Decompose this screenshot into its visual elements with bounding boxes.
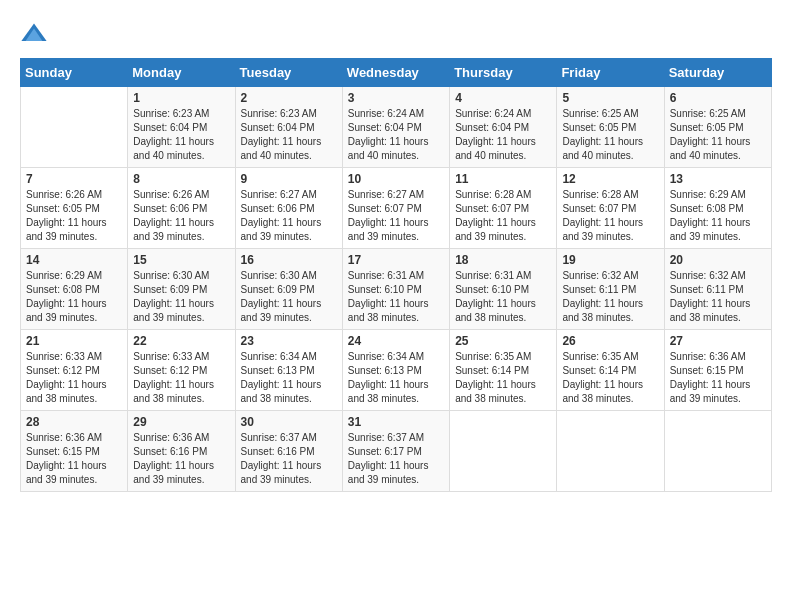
calendar-cell: 27Sunrise: 6:36 AMSunset: 6:15 PMDayligh… [664, 330, 771, 411]
calendar-cell: 20Sunrise: 6:32 AMSunset: 6:11 PMDayligh… [664, 249, 771, 330]
calendar-cell: 12Sunrise: 6:28 AMSunset: 6:07 PMDayligh… [557, 168, 664, 249]
calendar-cell: 19Sunrise: 6:32 AMSunset: 6:11 PMDayligh… [557, 249, 664, 330]
weekday-header: Friday [557, 59, 664, 87]
day-number: 12 [562, 172, 658, 186]
calendar-cell [21, 87, 128, 168]
day-number: 1 [133, 91, 229, 105]
calendar-week-row: 14Sunrise: 6:29 AMSunset: 6:08 PMDayligh… [21, 249, 772, 330]
day-info: Sunrise: 6:30 AMSunset: 6:09 PMDaylight:… [133, 269, 229, 325]
day-info: Sunrise: 6:32 AMSunset: 6:11 PMDaylight:… [562, 269, 658, 325]
calendar-cell: 14Sunrise: 6:29 AMSunset: 6:08 PMDayligh… [21, 249, 128, 330]
day-info: Sunrise: 6:36 AMSunset: 6:15 PMDaylight:… [26, 431, 122, 487]
day-number: 10 [348, 172, 444, 186]
calendar-cell: 5Sunrise: 6:25 AMSunset: 6:05 PMDaylight… [557, 87, 664, 168]
day-info: Sunrise: 6:28 AMSunset: 6:07 PMDaylight:… [562, 188, 658, 244]
day-info: Sunrise: 6:33 AMSunset: 6:12 PMDaylight:… [133, 350, 229, 406]
calendar-week-row: 7Sunrise: 6:26 AMSunset: 6:05 PMDaylight… [21, 168, 772, 249]
day-number: 11 [455, 172, 551, 186]
day-info: Sunrise: 6:23 AMSunset: 6:04 PMDaylight:… [241, 107, 337, 163]
calendar-cell: 11Sunrise: 6:28 AMSunset: 6:07 PMDayligh… [450, 168, 557, 249]
day-info: Sunrise: 6:24 AMSunset: 6:04 PMDaylight:… [455, 107, 551, 163]
calendar-cell: 10Sunrise: 6:27 AMSunset: 6:07 PMDayligh… [342, 168, 449, 249]
calendar-cell: 30Sunrise: 6:37 AMSunset: 6:16 PMDayligh… [235, 411, 342, 492]
day-info: Sunrise: 6:23 AMSunset: 6:04 PMDaylight:… [133, 107, 229, 163]
calendar-cell: 3Sunrise: 6:24 AMSunset: 6:04 PMDaylight… [342, 87, 449, 168]
day-info: Sunrise: 6:37 AMSunset: 6:17 PMDaylight:… [348, 431, 444, 487]
day-number: 14 [26, 253, 122, 267]
day-info: Sunrise: 6:30 AMSunset: 6:09 PMDaylight:… [241, 269, 337, 325]
calendar-cell: 25Sunrise: 6:35 AMSunset: 6:14 PMDayligh… [450, 330, 557, 411]
calendar-cell: 17Sunrise: 6:31 AMSunset: 6:10 PMDayligh… [342, 249, 449, 330]
day-number: 18 [455, 253, 551, 267]
day-info: Sunrise: 6:27 AMSunset: 6:06 PMDaylight:… [241, 188, 337, 244]
calendar-cell: 21Sunrise: 6:33 AMSunset: 6:12 PMDayligh… [21, 330, 128, 411]
day-number: 22 [133, 334, 229, 348]
calendar-week-row: 28Sunrise: 6:36 AMSunset: 6:15 PMDayligh… [21, 411, 772, 492]
day-number: 9 [241, 172, 337, 186]
day-number: 17 [348, 253, 444, 267]
calendar-cell: 16Sunrise: 6:30 AMSunset: 6:09 PMDayligh… [235, 249, 342, 330]
day-info: Sunrise: 6:29 AMSunset: 6:08 PMDaylight:… [26, 269, 122, 325]
calendar-cell: 9Sunrise: 6:27 AMSunset: 6:06 PMDaylight… [235, 168, 342, 249]
calendar-cell: 31Sunrise: 6:37 AMSunset: 6:17 PMDayligh… [342, 411, 449, 492]
calendar-cell: 15Sunrise: 6:30 AMSunset: 6:09 PMDayligh… [128, 249, 235, 330]
day-number: 8 [133, 172, 229, 186]
day-number: 28 [26, 415, 122, 429]
day-number: 21 [26, 334, 122, 348]
day-number: 13 [670, 172, 766, 186]
day-info: Sunrise: 6:24 AMSunset: 6:04 PMDaylight:… [348, 107, 444, 163]
day-number: 20 [670, 253, 766, 267]
day-info: Sunrise: 6:34 AMSunset: 6:13 PMDaylight:… [348, 350, 444, 406]
calendar-cell [664, 411, 771, 492]
day-info: Sunrise: 6:34 AMSunset: 6:13 PMDaylight:… [241, 350, 337, 406]
day-info: Sunrise: 6:29 AMSunset: 6:08 PMDaylight:… [670, 188, 766, 244]
weekday-header: Monday [128, 59, 235, 87]
day-info: Sunrise: 6:33 AMSunset: 6:12 PMDaylight:… [26, 350, 122, 406]
calendar-cell: 1Sunrise: 6:23 AMSunset: 6:04 PMDaylight… [128, 87, 235, 168]
day-number: 27 [670, 334, 766, 348]
logo [20, 20, 52, 48]
calendar-cell: 22Sunrise: 6:33 AMSunset: 6:12 PMDayligh… [128, 330, 235, 411]
day-info: Sunrise: 6:28 AMSunset: 6:07 PMDaylight:… [455, 188, 551, 244]
calendar-cell: 24Sunrise: 6:34 AMSunset: 6:13 PMDayligh… [342, 330, 449, 411]
calendar-cell [557, 411, 664, 492]
calendar-cell: 6Sunrise: 6:25 AMSunset: 6:05 PMDaylight… [664, 87, 771, 168]
day-number: 29 [133, 415, 229, 429]
day-number: 19 [562, 253, 658, 267]
day-info: Sunrise: 6:26 AMSunset: 6:06 PMDaylight:… [133, 188, 229, 244]
calendar-cell: 7Sunrise: 6:26 AMSunset: 6:05 PMDaylight… [21, 168, 128, 249]
day-info: Sunrise: 6:35 AMSunset: 6:14 PMDaylight:… [455, 350, 551, 406]
day-number: 30 [241, 415, 337, 429]
day-number: 16 [241, 253, 337, 267]
calendar-week-row: 1Sunrise: 6:23 AMSunset: 6:04 PMDaylight… [21, 87, 772, 168]
day-info: Sunrise: 6:37 AMSunset: 6:16 PMDaylight:… [241, 431, 337, 487]
page-header [20, 20, 772, 48]
weekday-header: Sunday [21, 59, 128, 87]
calendar-cell: 4Sunrise: 6:24 AMSunset: 6:04 PMDaylight… [450, 87, 557, 168]
day-number: 5 [562, 91, 658, 105]
day-info: Sunrise: 6:31 AMSunset: 6:10 PMDaylight:… [348, 269, 444, 325]
calendar-cell: 2Sunrise: 6:23 AMSunset: 6:04 PMDaylight… [235, 87, 342, 168]
calendar-cell: 23Sunrise: 6:34 AMSunset: 6:13 PMDayligh… [235, 330, 342, 411]
day-number: 4 [455, 91, 551, 105]
calendar-week-row: 21Sunrise: 6:33 AMSunset: 6:12 PMDayligh… [21, 330, 772, 411]
calendar-cell: 18Sunrise: 6:31 AMSunset: 6:10 PMDayligh… [450, 249, 557, 330]
day-number: 2 [241, 91, 337, 105]
day-info: Sunrise: 6:32 AMSunset: 6:11 PMDaylight:… [670, 269, 766, 325]
calendar-cell: 13Sunrise: 6:29 AMSunset: 6:08 PMDayligh… [664, 168, 771, 249]
day-number: 31 [348, 415, 444, 429]
day-info: Sunrise: 6:31 AMSunset: 6:10 PMDaylight:… [455, 269, 551, 325]
day-number: 3 [348, 91, 444, 105]
day-info: Sunrise: 6:35 AMSunset: 6:14 PMDaylight:… [562, 350, 658, 406]
weekday-header: Wednesday [342, 59, 449, 87]
day-info: Sunrise: 6:36 AMSunset: 6:15 PMDaylight:… [670, 350, 766, 406]
calendar-cell: 29Sunrise: 6:36 AMSunset: 6:16 PMDayligh… [128, 411, 235, 492]
calendar-cell: 8Sunrise: 6:26 AMSunset: 6:06 PMDaylight… [128, 168, 235, 249]
calendar-cell [450, 411, 557, 492]
day-number: 24 [348, 334, 444, 348]
day-number: 23 [241, 334, 337, 348]
day-info: Sunrise: 6:36 AMSunset: 6:16 PMDaylight:… [133, 431, 229, 487]
day-number: 6 [670, 91, 766, 105]
day-info: Sunrise: 6:27 AMSunset: 6:07 PMDaylight:… [348, 188, 444, 244]
calendar-cell: 26Sunrise: 6:35 AMSunset: 6:14 PMDayligh… [557, 330, 664, 411]
